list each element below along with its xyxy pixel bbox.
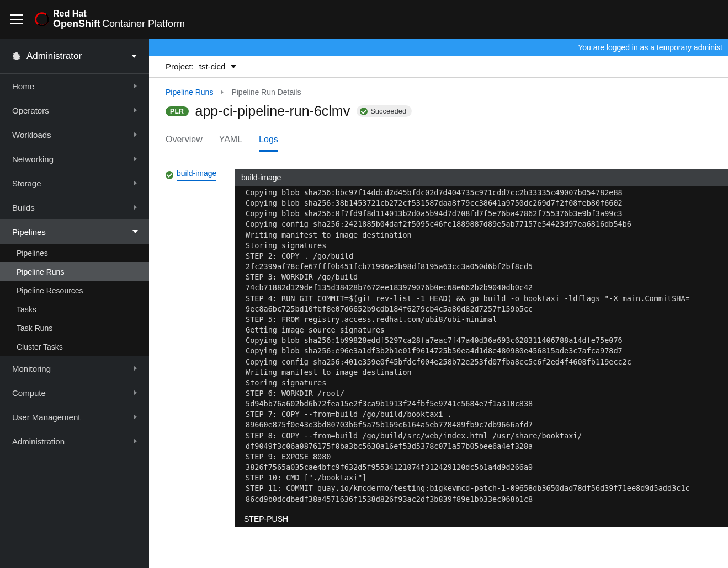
- caret-down-icon: [231, 65, 236, 68]
- tabs: Overview YAML Logs: [149, 130, 728, 152]
- main-content: You are logged in as a temporary adminis…: [149, 39, 728, 568]
- tab-yaml[interactable]: YAML: [219, 130, 242, 152]
- step-label-push: STEP-PUSH: [244, 515, 728, 523]
- nav-label: Compute: [12, 388, 46, 398]
- nav-item-storage[interactable]: Storage: [0, 171, 149, 195]
- nav-label: Home: [12, 82, 34, 91]
- chevron-right-icon: [134, 156, 137, 162]
- nav-item-monitoring[interactable]: Monitoring: [0, 356, 149, 381]
- brand-line1: Red Hat: [53, 9, 185, 19]
- tab-overview[interactable]: Overview: [166, 130, 203, 152]
- nav-label: Networking: [12, 154, 54, 164]
- banner-text: You are logged in as a temporary adminis…: [578, 43, 722, 52]
- nav-item-home[interactable]: Home: [0, 74, 149, 98]
- task-item-build-image[interactable]: build-image: [166, 169, 218, 181]
- subnav-pipelines[interactable]: Pipelines: [0, 244, 149, 262]
- brand-logo[interactable]: Red Hat OpenShiftContainer Platform: [34, 9, 185, 29]
- masthead: Red Hat OpenShiftContainer Platform: [0, 0, 728, 39]
- breadcrumb-link-pipeline-runs[interactable]: Pipeline Runs: [166, 88, 213, 97]
- chevron-right-icon: [134, 366, 137, 371]
- status-badge: Succeeded: [357, 105, 412, 117]
- menu-toggle-button[interactable]: [10, 14, 23, 24]
- brand-text: Red Hat OpenShiftContainer Platform: [53, 9, 185, 29]
- log-console-header: build-image: [235, 169, 728, 186]
- subnav-pipeline-runs[interactable]: Pipeline Runs: [0, 262, 149, 281]
- nav-item-pipelines[interactable]: Pipelines: [0, 219, 149, 244]
- nav-item-compute[interactable]: Compute: [0, 381, 149, 405]
- gear-icon: [12, 52, 21, 61]
- nav-label: Administration: [12, 437, 65, 446]
- nav-label: Operators: [12, 106, 49, 115]
- project-label: Project:: [166, 62, 194, 71]
- resource-badge: PLR: [166, 106, 189, 116]
- sidebar: Administrator Home Operators Workloads N…: [0, 39, 149, 568]
- nav-label: Pipelines: [12, 227, 46, 237]
- brand-line2: OpenShift: [53, 18, 100, 29]
- page-title: app-ci-pipeline-run-6clmv: [195, 103, 350, 119]
- chevron-right-icon: [134, 414, 137, 420]
- redhat-icon: [34, 12, 50, 27]
- nav-label: Storage: [12, 179, 41, 188]
- subnav-cluster-tasks[interactable]: Cluster Tasks: [0, 337, 149, 356]
- nav-item-networking[interactable]: Networking: [0, 147, 149, 171]
- breadcrumb: Pipeline Runs Pipeline Run Details: [166, 88, 711, 97]
- chevron-right-icon: [221, 90, 224, 94]
- chevron-right-icon: [134, 390, 137, 395]
- breadcrumb-current: Pipeline Run Details: [231, 88, 301, 97]
- status-text: Succeeded: [370, 107, 406, 115]
- page-title-row: PLR app-ci-pipeline-run-6clmv Succeeded: [166, 103, 711, 119]
- nav-label: User Management: [12, 412, 80, 422]
- chevron-right-icon: [134, 180, 137, 186]
- check-circle-icon: [360, 108, 368, 115]
- brand-line3: Container Platform: [102, 18, 185, 29]
- nav-item-user-management[interactable]: User Management: [0, 405, 149, 429]
- project-value: tst-cicd: [199, 62, 226, 71]
- nav-label: Builds: [12, 203, 35, 212]
- chevron-right-icon: [134, 108, 137, 113]
- project-selector[interactable]: Project: tst-cicd: [149, 56, 728, 78]
- caret-down-icon: [131, 55, 137, 58]
- nav-label: Workloads: [12, 130, 51, 140]
- subnav-pipeline-resources[interactable]: Pipeline Resources: [0, 281, 149, 300]
- nav-item-operators[interactable]: Operators: [0, 98, 149, 122]
- chevron-down-icon: [132, 230, 138, 233]
- chevron-right-icon: [134, 205, 137, 210]
- log-console: build-image Copying blob sha256:bbc97f14…: [235, 169, 728, 527]
- log-console-body[interactable]: Copying blob sha256:bbc97f14ddcd2d45bfdc…: [235, 186, 728, 527]
- nav-item-administration[interactable]: Administration: [0, 429, 149, 453]
- admin-banner: You are logged in as a temporary adminis…: [149, 39, 728, 56]
- chevron-right-icon: [134, 132, 137, 137]
- chevron-right-icon: [134, 438, 137, 444]
- check-circle-icon: [166, 171, 173, 179]
- subnav-tasks[interactable]: Tasks: [0, 300, 149, 319]
- nav-item-builds[interactable]: Builds: [0, 195, 149, 219]
- svg-point-1: [34, 12, 50, 27]
- nav-label: Monitoring: [12, 364, 51, 373]
- nav-item-workloads[interactable]: Workloads: [0, 122, 149, 147]
- perspective-switcher[interactable]: Administrator: [0, 39, 149, 74]
- subnav-task-runs[interactable]: Task Runs: [0, 319, 149, 337]
- task-item-label: build-image: [177, 169, 216, 181]
- chevron-right-icon: [134, 83, 137, 89]
- tab-logs[interactable]: Logs: [259, 130, 278, 152]
- log-output-build: Copying blob sha256:bbc97f14ddcd2d45bfdc…: [246, 187, 728, 505]
- perspective-label: Administrator: [26, 51, 82, 62]
- task-list: build-image: [166, 169, 218, 527]
